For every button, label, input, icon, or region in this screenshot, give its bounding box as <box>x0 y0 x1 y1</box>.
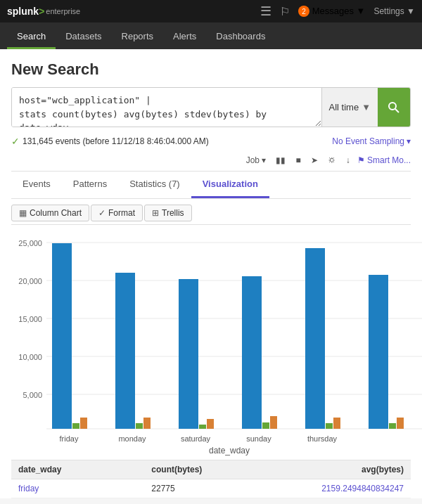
smart-mode-button[interactable]: ⚑ Smart Mo... <box>357 155 411 165</box>
forward-button[interactable]: ➤ <box>308 154 321 167</box>
events-info-bar: ✓ 131,645 events (before 11/12/18 8:46:0… <box>11 133 411 151</box>
nav-icon-1[interactable]: ☰ <box>260 4 271 19</box>
events-count: ✓ 131,645 events (before 11/12/18 8:46:0… <box>11 136 209 147</box>
nav-tab-dashboards[interactable]: Dashboards <box>206 25 275 49</box>
bar-sunday-avg <box>262 422 269 429</box>
flag-icon[interactable]: ⚐ <box>280 5 290 18</box>
search-input[interactable]: host="wcb_application" | stats count(byt… <box>12 88 321 127</box>
column-chart-button[interactable]: ▦ Column Chart <box>11 205 89 221</box>
svg-text:5,000: 5,000 <box>23 391 42 399</box>
bar-friday-avg <box>72 423 79 429</box>
bar-sunday-count <box>242 276 262 429</box>
nav-tab-datasets[interactable]: Datasets <box>56 25 111 49</box>
pin-button[interactable]: ⛭ <box>325 154 339 167</box>
pause-button[interactable]: ▮▮ <box>273 154 288 167</box>
messages-arrow: ▼ <box>357 6 366 16</box>
forward-icon: ➤ <box>311 155 318 165</box>
pin-icon: ⛭ <box>328 155 336 165</box>
messages-button[interactable]: 2 Messages ▼ <box>298 6 365 18</box>
no-sampling-label: No Event Sampling <box>332 136 404 146</box>
svg-text:saturday: saturday <box>181 434 211 443</box>
events-count-text: 131,645 events (before 11/12/18 8:46:04.… <box>23 136 209 146</box>
format-button[interactable]: ✓ Format <box>91 205 143 221</box>
data-table: date_wday count(bytes) avg(bytes) friday… <box>11 460 411 498</box>
search-toolbar: Job ▾ ▮▮ ■ ➤ ⛭ ↓ ⚑ Smart Mo... <box>11 151 411 172</box>
tab-visualization[interactable]: Visualization <box>191 172 269 198</box>
nav-tab-alerts[interactable]: Alerts <box>163 25 206 49</box>
bar-thursday-avg <box>326 423 333 429</box>
time-picker-label: All time <box>329 102 359 112</box>
svg-line-1 <box>395 109 399 112</box>
svg-text:monday: monday <box>118 434 146 443</box>
page-title: New Search <box>11 60 411 79</box>
messages-badge: 2 <box>298 6 309 17</box>
svg-text:20,000: 20,000 <box>18 277 42 285</box>
download-button[interactable]: ↓ <box>343 154 353 167</box>
smart-mode-label: Smart Mo... <box>367 155 411 165</box>
col-header-date-wday: date_wday <box>11 460 144 479</box>
time-picker-arrow: ▼ <box>362 102 371 112</box>
job-label: Job <box>246 155 260 165</box>
enterprise-label: enterprise <box>46 7 80 15</box>
job-arrow: ▾ <box>262 155 266 165</box>
bar-saturday-stdev <box>207 419 214 429</box>
tab-statistics[interactable]: Statistics (7) <box>118 172 191 198</box>
svg-point-0 <box>389 103 396 110</box>
job-button[interactable]: Job ▾ <box>243 154 269 167</box>
main-content: New Search host="wcb_application" | stat… <box>0 49 422 498</box>
cell-count-bytes: 22775 <box>144 479 277 498</box>
result-tabs: Events Patterns Statistics (7) Visualiza… <box>11 172 411 199</box>
bar-monday-stdev <box>143 418 151 429</box>
check-icon: ✓ <box>11 136 20 147</box>
col-header-count-bytes: count(bytes) <box>144 460 277 479</box>
bar-saturday-count <box>179 279 198 429</box>
bar-thursday-stdev <box>333 418 340 429</box>
bar-saturday-avg <box>199 425 206 429</box>
stop-button[interactable]: ■ <box>293 154 303 167</box>
pause-icon: ▮▮ <box>276 155 286 165</box>
column-chart-icon: ▦ <box>19 208 27 218</box>
search-button[interactable] <box>378 88 410 127</box>
format-icon: ✓ <box>98 208 106 218</box>
search-icon <box>388 101 400 114</box>
col-header-avg-bytes: avg(bytes) <box>278 460 411 479</box>
bar-friday-count <box>52 243 72 429</box>
settings-button[interactable]: Settings ▼ <box>373 6 415 16</box>
table-header: date_wday count(bytes) avg(bytes) <box>11 460 411 479</box>
cell-date-wday[interactable]: friday <box>11 479 144 498</box>
settings-arrow: ▼ <box>407 6 415 16</box>
nav-tab-reports[interactable]: Reports <box>112 25 164 49</box>
nav-tab-search[interactable]: Search <box>7 25 56 49</box>
sampling-arrow: ▾ <box>407 136 411 146</box>
tab-events[interactable]: Events <box>11 172 62 198</box>
stop-icon: ■ <box>295 155 300 165</box>
trellis-label: Trellis <box>162 208 184 218</box>
top-bar-actions: ☰ ⚐ 2 Messages ▼ Settings ▼ <box>260 4 415 19</box>
main-nav-tabs: Search Datasets Reports Alerts Dashboard… <box>0 22 422 49</box>
splunk-logo: splunk> enterprise <box>7 6 80 17</box>
search-bar-container: host="wcb_application" | stats count(byt… <box>11 87 411 127</box>
cell-avg-bytes: 2159.2494840834247 <box>278 479 411 498</box>
table-row: friday 22775 2159.2494840834247 <box>11 479 411 498</box>
svg-text:15,000: 15,000 <box>18 315 42 323</box>
column-chart-svg: 25,000 20,000 15,000 10,000 5,000 friday… <box>11 232 422 457</box>
bar-friday-stdev <box>80 418 87 429</box>
bar-monday-count <box>115 273 135 429</box>
chart-area: 25,000 20,000 15,000 10,000 5,000 friday… <box>11 225 411 457</box>
no-event-sampling-button[interactable]: No Event Sampling ▾ <box>332 136 411 146</box>
bar-monday-avg <box>136 423 143 429</box>
messages-label: Messages <box>312 6 354 16</box>
tab-patterns[interactable]: Patterns <box>62 172 118 198</box>
bar-tuesday-count <box>369 275 388 429</box>
bar-tuesday-avg <box>389 423 396 429</box>
svg-text:friday: friday <box>60 434 79 443</box>
trellis-button[interactable]: ⊞ Trellis <box>144 205 192 221</box>
download-icon: ↓ <box>346 155 350 165</box>
time-picker[interactable]: All time ▼ <box>321 88 378 127</box>
column-chart-label: Column Chart <box>30 208 82 218</box>
settings-label: Settings <box>373 6 404 16</box>
smart-mode-icon: ⚑ <box>357 155 365 165</box>
trellis-icon: ⊞ <box>152 208 159 218</box>
svg-text:10,000: 10,000 <box>18 353 42 361</box>
svg-text:25,000: 25,000 <box>18 239 42 247</box>
